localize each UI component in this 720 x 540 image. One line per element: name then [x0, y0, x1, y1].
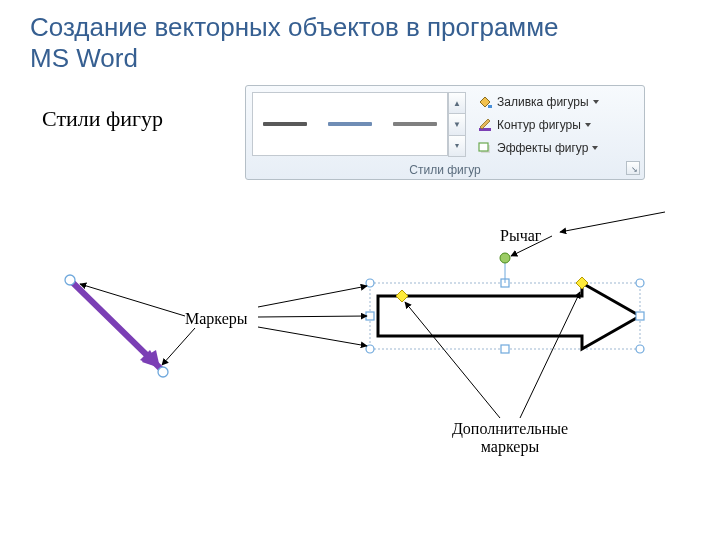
pencil-outline-icon — [477, 117, 493, 133]
shape-outline-label: Контур фигуры — [497, 118, 581, 132]
style-swatch-dark[interactable] — [263, 122, 307, 126]
lever-label: Рычаг — [500, 227, 541, 245]
extra-markers-label: Дополнительные маркеры — [435, 420, 585, 455]
svg-point-16 — [636, 345, 644, 353]
gallery-row-up-button[interactable]: ▲ — [448, 92, 466, 114]
paint-bucket-icon — [477, 94, 493, 110]
svg-rect-0 — [488, 105, 492, 108]
svg-rect-8 — [370, 283, 640, 349]
shape-fill-label: Заливка фигуры — [497, 95, 589, 109]
svg-point-11 — [636, 279, 644, 287]
svg-line-24 — [258, 316, 367, 317]
dropdown-caret-icon — [592, 146, 598, 150]
svg-point-18 — [500, 253, 510, 263]
effects-icon — [477, 140, 493, 156]
svg-rect-12 — [366, 312, 374, 320]
slide-title: Создание векторных объектов в программе … — [30, 12, 590, 73]
slide: Создание векторных объектов в программе … — [0, 0, 720, 540]
svg-line-25 — [258, 327, 367, 346]
gallery-scroll: ▲ ▼ ▾ — [448, 92, 466, 156]
svg-line-27 — [560, 212, 665, 232]
markers-label: Маркеры — [185, 310, 248, 328]
section-subtitle: Стили фигур — [42, 106, 163, 132]
gallery-row-down-button[interactable]: ▼ — [448, 113, 466, 135]
svg-rect-3 — [479, 143, 488, 151]
svg-rect-15 — [501, 345, 509, 353]
shape-effects-button[interactable]: Эффекты фигур — [474, 138, 642, 158]
svg-line-22 — [162, 328, 195, 365]
block-arrow-shape — [366, 253, 644, 353]
svg-marker-19 — [396, 290, 408, 302]
ribbon-group-caption: Стили фигур — [246, 163, 644, 177]
svg-marker-5 — [140, 350, 160, 368]
svg-point-7 — [158, 367, 168, 377]
shape-styles-ribbon-group: ▲ ▼ ▾ Заливка фигуры — [245, 85, 645, 180]
svg-rect-13 — [636, 312, 644, 320]
dropdown-caret-icon — [593, 100, 599, 104]
gallery-more-button[interactable]: ▾ — [448, 135, 466, 157]
svg-line-4 — [70, 280, 160, 368]
shape-outline-button[interactable]: Контур фигуры — [474, 115, 642, 135]
svg-line-23 — [258, 286, 367, 307]
svg-point-6 — [65, 275, 75, 285]
shape-style-gallery[interactable] — [252, 92, 448, 156]
shape-fill-button[interactable]: Заливка фигуры — [474, 92, 642, 112]
svg-line-28 — [405, 302, 500, 418]
style-swatch-blue[interactable] — [328, 122, 372, 126]
svg-point-14 — [366, 345, 374, 353]
svg-point-9 — [366, 279, 374, 287]
diagram-overlay — [0, 0, 720, 540]
dialog-launcher-button[interactable]: ↘ — [626, 161, 640, 175]
style-swatch-gray[interactable] — [393, 122, 437, 126]
svg-line-29 — [520, 292, 580, 418]
svg-line-21 — [80, 284, 185, 316]
svg-rect-1 — [479, 128, 491, 131]
shape-format-buttons: Заливка фигуры Контур фигуры — [474, 90, 642, 160]
shape-effects-label: Эффекты фигур — [497, 141, 588, 155]
dropdown-caret-icon — [585, 123, 591, 127]
purple-arrow-shape — [65, 275, 168, 377]
svg-marker-20 — [576, 277, 588, 289]
svg-rect-10 — [501, 279, 509, 287]
